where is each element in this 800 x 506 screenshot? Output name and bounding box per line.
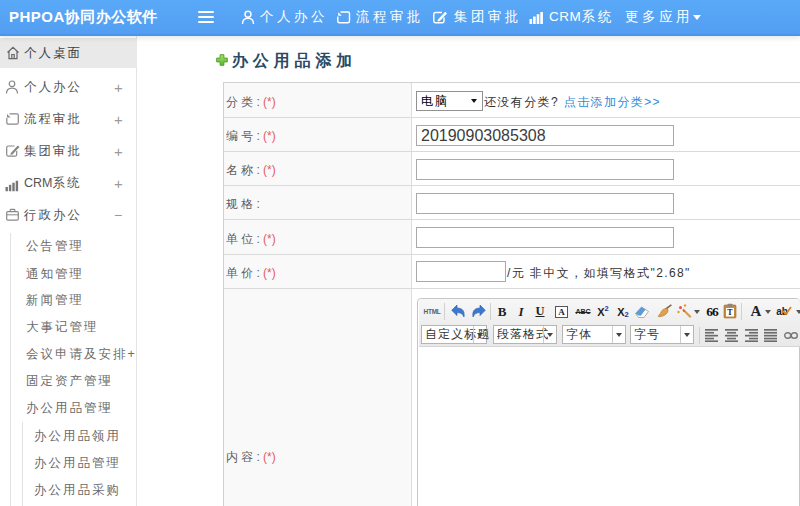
- svg-text:T: T: [727, 308, 733, 317]
